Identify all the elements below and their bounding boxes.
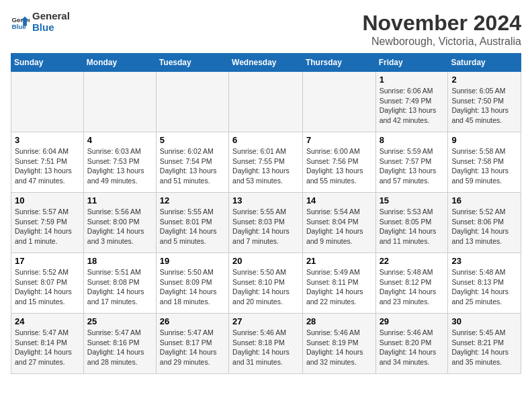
calendar-cell: 10Sunrise: 5:57 AM Sunset: 7:59 PM Dayli…: [11, 193, 84, 253]
day-info: Sunrise: 5:47 AM Sunset: 8:17 PM Dayligh…: [160, 328, 225, 367]
calendar-cell: 4Sunrise: 6:03 AM Sunset: 7:53 PM Daylig…: [83, 132, 156, 193]
calendar-cell: 28Sunrise: 5:46 AM Sunset: 8:19 PM Dayli…: [302, 314, 375, 374]
calendar-cell: [156, 72, 228, 132]
day-number: 17: [15, 256, 80, 266]
day-number: 28: [306, 316, 372, 326]
day-number: 21: [306, 256, 372, 266]
day-number: 18: [87, 256, 152, 266]
day-info: Sunrise: 5:50 AM Sunset: 8:10 PM Dayligh…: [232, 267, 299, 307]
calendar-cell: 20Sunrise: 5:50 AM Sunset: 8:10 PM Dayli…: [229, 253, 303, 314]
day-info: Sunrise: 5:56 AM Sunset: 8:00 PM Dayligh…: [87, 207, 152, 246]
day-number: 11: [87, 195, 152, 205]
logo-text-general: General: [32, 11, 70, 22]
day-number: 24: [15, 316, 80, 326]
calendar-cell: 26Sunrise: 5:47 AM Sunset: 8:17 PM Dayli…: [156, 314, 228, 374]
calendar-cell: 5Sunrise: 6:02 AM Sunset: 7:54 PM Daylig…: [156, 132, 228, 193]
header: General Blue General Blue November 2024 …: [11, 11, 521, 48]
calendar-cell: 3Sunrise: 6:04 AM Sunset: 7:51 PM Daylig…: [11, 132, 84, 193]
calendar-cell: 1Sunrise: 6:06 AM Sunset: 7:49 PM Daylig…: [375, 72, 448, 132]
logo-icon: General Blue: [11, 13, 30, 32]
calendar-cell: [83, 72, 156, 132]
calendar-cell: 17Sunrise: 5:52 AM Sunset: 8:07 PM Dayli…: [11, 253, 84, 314]
day-info: Sunrise: 5:46 AM Sunset: 8:18 PM Dayligh…: [232, 328, 299, 367]
day-info: Sunrise: 5:51 AM Sunset: 8:08 PM Dayligh…: [87, 267, 152, 307]
calendar-cell: 11Sunrise: 5:56 AM Sunset: 8:00 PM Dayli…: [83, 193, 156, 253]
day-number: 4: [87, 135, 152, 145]
weekday-header-saturday: Saturday: [448, 54, 521, 72]
day-info: Sunrise: 5:49 AM Sunset: 8:11 PM Dayligh…: [306, 267, 372, 307]
calendar-cell: [11, 72, 84, 132]
day-info: Sunrise: 6:05 AM Sunset: 7:50 PM Dayligh…: [451, 86, 517, 126]
weekday-header-thursday: Thursday: [302, 54, 375, 72]
calendar-cell: 24Sunrise: 5:47 AM Sunset: 8:14 PM Dayli…: [11, 314, 84, 374]
day-number: 10: [15, 195, 80, 205]
day-number: 9: [451, 135, 517, 145]
day-number: 30: [451, 316, 517, 326]
calendar-week-5: 24Sunrise: 5:47 AM Sunset: 8:14 PM Dayli…: [11, 314, 521, 374]
calendar: SundayMondayTuesdayWednesdayThursdayFrid…: [11, 53, 521, 374]
logo: General Blue General Blue: [11, 11, 70, 33]
title-area: November 2024 Newborough, Victoria, Aust…: [362, 11, 521, 48]
calendar-cell: 16Sunrise: 5:52 AM Sunset: 8:06 PM Dayli…: [448, 193, 521, 253]
calendar-cell: 30Sunrise: 5:45 AM Sunset: 8:21 PM Dayli…: [448, 314, 521, 374]
day-number: 26: [160, 316, 225, 326]
day-info: Sunrise: 6:02 AM Sunset: 7:54 PM Dayligh…: [160, 146, 225, 186]
day-info: Sunrise: 5:52 AM Sunset: 8:07 PM Dayligh…: [15, 267, 80, 307]
calendar-cell: [229, 72, 303, 132]
day-number: 23: [451, 256, 517, 266]
day-number: 5: [160, 135, 225, 145]
day-number: 25: [87, 316, 152, 326]
weekday-header-monday: Monday: [83, 54, 156, 72]
day-number: 7: [306, 135, 372, 145]
day-info: Sunrise: 5:46 AM Sunset: 8:20 PM Dayligh…: [380, 328, 445, 367]
day-number: 3: [15, 135, 80, 145]
day-info: Sunrise: 5:48 AM Sunset: 8:12 PM Dayligh…: [380, 267, 445, 307]
logo-text-blue: Blue: [32, 22, 70, 34]
calendar-cell: 29Sunrise: 5:46 AM Sunset: 8:20 PM Dayli…: [375, 314, 448, 374]
calendar-cell: 22Sunrise: 5:48 AM Sunset: 8:12 PM Dayli…: [375, 253, 448, 314]
weekday-header-sunday: Sunday: [11, 54, 84, 72]
day-number: 2: [451, 75, 517, 85]
day-number: 13: [232, 195, 299, 205]
day-number: 14: [306, 195, 372, 205]
weekday-header-tuesday: Tuesday: [156, 54, 228, 72]
calendar-cell: 12Sunrise: 5:55 AM Sunset: 8:01 PM Dayli…: [156, 193, 228, 253]
day-number: 1: [380, 75, 445, 85]
day-number: 19: [160, 256, 225, 266]
location-title: Newborough, Victoria, Australia: [362, 36, 521, 48]
calendar-cell: 15Sunrise: 5:53 AM Sunset: 8:05 PM Dayli…: [375, 193, 448, 253]
day-number: 22: [380, 256, 445, 266]
month-title: November 2024: [362, 11, 521, 36]
day-info: Sunrise: 5:47 AM Sunset: 8:16 PM Dayligh…: [87, 328, 152, 367]
calendar-cell: 21Sunrise: 5:49 AM Sunset: 8:11 PM Dayli…: [302, 253, 375, 314]
weekday-header-row: SundayMondayTuesdayWednesdayThursdayFrid…: [11, 54, 521, 72]
weekday-header-wednesday: Wednesday: [229, 54, 303, 72]
calendar-cell: 27Sunrise: 5:46 AM Sunset: 8:18 PM Dayli…: [229, 314, 303, 374]
calendar-week-3: 10Sunrise: 5:57 AM Sunset: 7:59 PM Dayli…: [11, 193, 521, 253]
day-info: Sunrise: 5:54 AM Sunset: 8:04 PM Dayligh…: [306, 207, 372, 246]
day-info: Sunrise: 5:53 AM Sunset: 8:05 PM Dayligh…: [380, 207, 445, 246]
calendar-week-4: 17Sunrise: 5:52 AM Sunset: 8:07 PM Dayli…: [11, 253, 521, 314]
day-number: 8: [380, 135, 445, 145]
calendar-cell: 19Sunrise: 5:50 AM Sunset: 8:09 PM Dayli…: [156, 253, 228, 314]
day-info: Sunrise: 6:06 AM Sunset: 7:49 PM Dayligh…: [380, 86, 445, 126]
calendar-cell: 6Sunrise: 6:01 AM Sunset: 7:55 PM Daylig…: [229, 132, 303, 193]
day-number: 20: [232, 256, 299, 266]
calendar-cell: 9Sunrise: 5:58 AM Sunset: 7:58 PM Daylig…: [448, 132, 521, 193]
day-number: 6: [232, 135, 299, 145]
day-info: Sunrise: 5:50 AM Sunset: 8:09 PM Dayligh…: [160, 267, 225, 307]
calendar-cell: 7Sunrise: 6:00 AM Sunset: 7:56 PM Daylig…: [302, 132, 375, 193]
day-info: Sunrise: 6:03 AM Sunset: 7:53 PM Dayligh…: [87, 146, 152, 186]
day-info: Sunrise: 6:01 AM Sunset: 7:55 PM Dayligh…: [232, 146, 299, 186]
day-number: 12: [160, 195, 225, 205]
calendar-cell: 23Sunrise: 5:48 AM Sunset: 8:13 PM Dayli…: [448, 253, 521, 314]
day-number: 29: [380, 316, 445, 326]
day-info: Sunrise: 5:55 AM Sunset: 8:01 PM Dayligh…: [160, 207, 225, 246]
day-info: Sunrise: 5:59 AM Sunset: 7:57 PM Dayligh…: [380, 146, 445, 186]
day-info: Sunrise: 5:45 AM Sunset: 8:21 PM Dayligh…: [451, 328, 517, 367]
day-number: 27: [232, 316, 299, 326]
day-info: Sunrise: 5:46 AM Sunset: 8:19 PM Dayligh…: [306, 328, 372, 367]
day-number: 15: [380, 195, 445, 205]
calendar-cell: 2Sunrise: 6:05 AM Sunset: 7:50 PM Daylig…: [448, 72, 521, 132]
calendar-week-2: 3Sunrise: 6:04 AM Sunset: 7:51 PM Daylig…: [11, 132, 521, 193]
